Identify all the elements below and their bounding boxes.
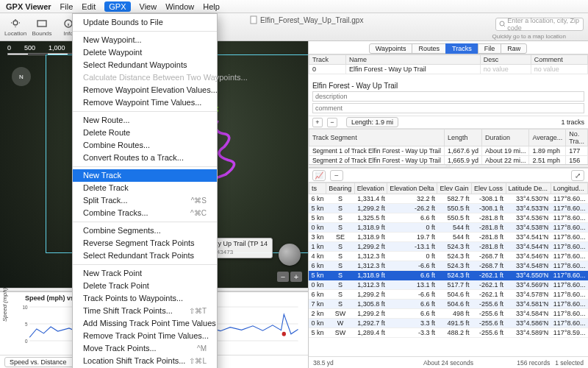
tab-file[interactable]: File bbox=[478, 43, 502, 54]
track-desc-input[interactable] bbox=[312, 91, 584, 102]
menu-item[interactable]: Delete Route bbox=[73, 127, 217, 139]
track-point-row[interactable]: 6 knS1,312.3 ft-6.6 ft524.3 ft-268.7 ft3… bbox=[309, 261, 587, 271]
menu-item[interactable]: Time Shift Track Points...⇧⌘T bbox=[73, 305, 217, 317]
track-point-row[interactable]: 5 knS1,318.9 ft6.6 ft524.3 ft-262.1 ft33… bbox=[309, 271, 587, 280]
menu-edit[interactable]: Edit bbox=[82, 2, 96, 11]
menu-item: Calculate Distance Between Two Waypoints… bbox=[73, 71, 217, 84]
menu-item[interactable]: Location Shift Track Points...⇧⌘L bbox=[73, 355, 217, 367]
track-length-badge: Length: 1.9 mi bbox=[346, 117, 398, 127]
track-point-row[interactable]: 1 knS1,299.2 ft-13.1 ft524.3 ft-281.8 ft… bbox=[309, 242, 587, 252]
menu-gpx[interactable]: GPX bbox=[104, 1, 130, 12]
menu-item[interactable]: New Waypoint... bbox=[73, 34, 217, 46]
app-name: GPX Viewer bbox=[6, 2, 51, 11]
search-icon bbox=[499, 21, 505, 28]
track-points-table[interactable]: tsBearingElevationElevation DeltaElev Ga… bbox=[309, 183, 588, 356]
menu-item[interactable]: Combine Tracks...^⌘C bbox=[73, 207, 217, 219]
menu-item[interactable]: Remove Track Point Time Values... bbox=[73, 330, 217, 342]
svg-rect-1 bbox=[37, 21, 46, 26]
tab-routes[interactable]: Routes bbox=[412, 43, 446, 54]
remove-track-button[interactable]: − bbox=[327, 118, 337, 127]
menu-item[interactable]: Select Redundant Track Points bbox=[73, 250, 217, 262]
menu-item[interactable]: Convert Routes to a Track... bbox=[73, 152, 217, 164]
menu-item[interactable]: Remove Waypoint Elevation Values... bbox=[73, 84, 217, 96]
svg-point-14 bbox=[282, 332, 286, 336]
globe-icon[interactable] bbox=[279, 244, 301, 266]
chart-tool-button[interactable]: 📈 bbox=[312, 170, 326, 181]
inspector-tabs: WaypointsRoutesTracksFileRaw bbox=[309, 41, 588, 54]
svg-text:5: 5 bbox=[25, 322, 28, 327]
segments-table[interactable]: Track SegmentLengthDurationAverage...No.… bbox=[309, 129, 588, 164]
menu-item[interactable]: Remove Waypoint Time Values... bbox=[73, 96, 217, 109]
track-point-row[interactable]: 2 knSW1,299.2 ft6.6 ft498 ft-255.6 ft33°… bbox=[309, 309, 587, 319]
add-track-button[interactable]: + bbox=[312, 118, 323, 127]
location-search[interactable]: Enter a location, city, Zip code bbox=[495, 18, 584, 31]
tracks-count: 1 tracks bbox=[561, 118, 584, 126]
document-icon bbox=[250, 15, 257, 24]
menu-item[interactable]: New Route... bbox=[73, 114, 217, 127]
menu-item[interactable]: Select Redundant Waypoints bbox=[73, 59, 217, 71]
minus-tool-button[interactable]: − bbox=[330, 170, 343, 181]
menu-window[interactable]: Window bbox=[165, 2, 194, 11]
track-point-row[interactable]: 5 knSW1,289.4 ft-3.3 ft488.2 ft-255.6 ft… bbox=[309, 328, 587, 338]
menu-item[interactable]: Combine Routes... bbox=[73, 139, 217, 152]
search-caption: Quickly go to a map location bbox=[492, 33, 567, 40]
tab-raw[interactable]: Raw bbox=[501, 43, 527, 54]
track-comment-input[interactable] bbox=[312, 103, 584, 113]
menu-item[interactable]: Update Bounds to File bbox=[73, 16, 217, 29]
menu-item[interactable]: New Track bbox=[73, 169, 217, 182]
svg-text:0: 0 bbox=[25, 339, 28, 344]
zoom-out-button[interactable]: − bbox=[277, 272, 289, 282]
svg-rect-5 bbox=[251, 16, 257, 24]
expand-tool-button[interactable]: ⤢ bbox=[571, 170, 584, 181]
location-button[interactable]: Location bbox=[4, 18, 26, 37]
menu-item[interactable]: Delete Track Point bbox=[73, 280, 217, 292]
gpx-menu-dropdown[interactable]: Update Bounds to FileNew Waypoint...Dele… bbox=[72, 13, 218, 368]
menu-item[interactable]: Split Track...^⌘S bbox=[73, 194, 217, 207]
track-point-row[interactable]: 6 knS1,331.4 ft32.2 ft582.7 ft-308.1 ft3… bbox=[309, 194, 587, 204]
status-bar: 38.5 yd About 24 seconds 156 records 1 s… bbox=[309, 356, 588, 368]
track-name-field[interactable]: Elfin Forest - Way Up Trail bbox=[312, 82, 584, 90]
track-point-row[interactable]: 5 knS1,325.5 ft6.6 ft550.5 ft-281.8 ft33… bbox=[309, 213, 587, 223]
menu-help[interactable]: Help bbox=[203, 2, 220, 11]
document-title: Elfin_Forest_Way_Up_Trail.gpx bbox=[250, 15, 363, 24]
chart-type-selector[interactable]: Speed vs. Distance bbox=[4, 357, 78, 367]
svg-line-7 bbox=[504, 26, 506, 28]
menu-item[interactable]: Track Points to Waypoints... bbox=[73, 292, 217, 305]
track-point-row[interactable]: 0 knS1,318.9 ft0 ft544 ft-281.8 ft33°4.5… bbox=[309, 223, 587, 233]
menu-item[interactable]: Delete Waypoint bbox=[73, 46, 217, 59]
menu-item[interactable]: Combine Segments... bbox=[73, 224, 217, 237]
menu-item[interactable]: Delete Track bbox=[73, 182, 217, 194]
track-point-row[interactable]: 5 knS1,299.2 ft-26.2 ft550.5 ft-308.1 ft… bbox=[309, 204, 587, 213]
track-point-row[interactable]: 0 knW1,292.7 ft3.3 ft491.5 ft-255.6 ft33… bbox=[309, 319, 587, 328]
track-point-row[interactable]: 7 knS1,305.8 ft6.6 ft504.6 ft-255.6 ft33… bbox=[309, 300, 587, 309]
track-point-row[interactable]: 6 knS1,299.2 ft-6.6 ft504.6 ft-262.1 ft3… bbox=[309, 290, 587, 300]
svg-point-6 bbox=[500, 21, 504, 26]
bounds-button[interactable]: Bounds bbox=[31, 18, 53, 37]
track-point-row[interactable]: 4 knS1,312.3 ft0 ft524.3 ft-268.7 ft33°4… bbox=[309, 252, 587, 261]
menu-item[interactable]: Move Track Points...^M bbox=[73, 342, 217, 355]
menu-item[interactable]: Add Missing Track Point Time Values bbox=[73, 317, 217, 330]
track-point-row[interactable]: 0 knS1,312.3 ft13.1 ft517.7 ft-262.1 ft3… bbox=[309, 280, 587, 290]
svg-text:10: 10 bbox=[23, 305, 28, 310]
track-point-row[interactable]: 3 knSE1,318.9 ft19.7 ft544 ft-281.8 ft33… bbox=[309, 233, 587, 242]
chart-ylabel: Speed (mph) bbox=[1, 287, 8, 321]
segment-row[interactable]: Segment 1 of Track Elfin Forest - Way Up… bbox=[309, 146, 587, 156]
menubar: GPX Viewer FileEditGPXViewWindowHelp bbox=[0, 0, 588, 13]
svg-point-0 bbox=[13, 21, 18, 25]
menu-item[interactable]: New Track Point bbox=[73, 267, 217, 280]
menu-item[interactable]: Reverse Segment Track Points bbox=[73, 237, 217, 250]
tab-waypoints[interactable]: Waypoints bbox=[369, 43, 413, 54]
menu-file[interactable]: File bbox=[60, 2, 74, 11]
zoom-in-button[interactable]: + bbox=[290, 272, 302, 282]
tab-tracks[interactable]: Tracks bbox=[445, 43, 478, 54]
tracks-table[interactable]: TrackNameDescComment0Elfin Forest - Way … bbox=[309, 54, 588, 79]
menu-view[interactable]: View bbox=[140, 2, 157, 11]
